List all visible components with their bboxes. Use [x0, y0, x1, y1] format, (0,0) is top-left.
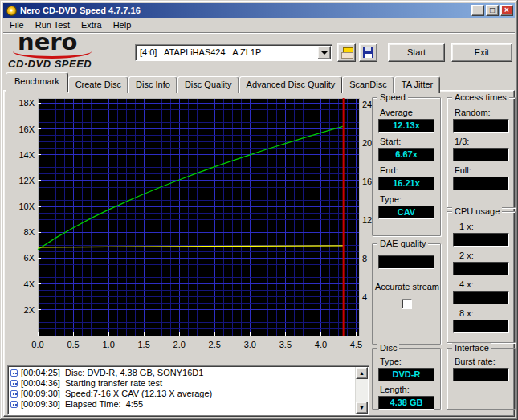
- tab-create-disc[interactable]: Create Disc: [68, 76, 128, 93]
- dae-quality-value: [378, 255, 434, 269]
- menu-extra[interactable]: Extra: [75, 18, 108, 31]
- toolbar: nero CD·DVD SPEED [4:0] ATAPI iHAS424 A …: [3, 33, 515, 72]
- scrollbar-down-button[interactable]: ▼: [356, 402, 368, 414]
- svg-text:6X: 6X: [24, 253, 35, 263]
- accurate-stream-checkbox[interactable]: [402, 299, 412, 309]
- log-time: [00:04:25]: [21, 368, 60, 377]
- start-speed-value: 6.67x: [378, 148, 434, 161]
- svg-text:0.0: 0.0: [31, 340, 43, 349]
- tab-ta-jitter[interactable]: TA Jitter: [394, 76, 441, 93]
- svg-text:12: 12: [362, 215, 372, 225]
- close-button[interactable]: ×: [500, 5, 513, 16]
- start-speed-label: Start:: [378, 137, 434, 147]
- nero-logo: nero CD·DVD SPEED: [6, 33, 135, 71]
- maximize-button[interactable]: □: [486, 5, 499, 16]
- log-time: [00:04:36]: [21, 378, 60, 388]
- access-times-panel: Access times Random: 1/3: Full:: [447, 97, 516, 208]
- dae-quality-panel: DAE quality Accurate stream: [372, 243, 441, 345]
- drive-select-value: [4:0] ATAPI iHAS424 A ZL1P: [137, 47, 316, 59]
- burst-rate-label: Burst rate:: [453, 357, 509, 367]
- log-info-icon: [10, 390, 18, 398]
- random-access-label: Random:: [453, 108, 509, 118]
- svg-text:24: 24: [362, 100, 372, 109]
- tab-advanced-disc-quality[interactable]: Advanced Disc Quality: [239, 76, 343, 93]
- cpu-8x-label: 8 x:: [453, 308, 509, 319]
- log-rows: [00:04:25]Disc: DVD-R, 4.38 GB, SONY16D1…: [10, 368, 354, 410]
- svg-text:2X: 2X: [24, 305, 35, 315]
- accurate-stream-label: Accurate stream: [373, 282, 440, 292]
- log-text: Elapsed Time: 4:55: [65, 399, 143, 409]
- svg-text:8X: 8X: [24, 227, 35, 237]
- interface-panel-title: Interface: [452, 343, 491, 353]
- svg-text:1.5: 1.5: [138, 340, 150, 349]
- log-row[interactable]: [00:04:25]Disc: DVD-R, 4.38 GB, SONY16D1: [10, 368, 354, 378]
- cpu-4x-value: [453, 291, 509, 304]
- disc-type-value: DVD-R: [378, 368, 434, 381]
- minimize-button[interactable]: _: [471, 5, 484, 16]
- tab-disc-info[interactable]: Disc Info: [128, 76, 177, 93]
- svg-text:2.0: 2.0: [173, 340, 186, 349]
- nero-swoosh-icon: [13, 44, 92, 59]
- svg-text:4.0: 4.0: [315, 340, 327, 349]
- svg-text:16X: 16X: [18, 124, 35, 134]
- cpu-8x-value: [453, 320, 509, 333]
- exit-button[interactable]: Exit: [451, 43, 512, 62]
- tab-benchmark[interactable]: Benchmark: [6, 72, 68, 92]
- log-text: Disc: DVD-R, 4.38 GB, SONY16D1: [65, 368, 203, 377]
- start-button[interactable]: Start: [388, 43, 445, 62]
- drive-select[interactable]: [4:0] ATAPI iHAS424 A ZL1P: [135, 44, 332, 61]
- log-scrollbar[interactable]: ▲ ▼: [355, 367, 368, 414]
- end-speed-value: 16.21x: [378, 177, 434, 190]
- log-time: [00:09:30]: [21, 399, 60, 409]
- speed-type-value: CAV: [378, 206, 434, 219]
- cpu-2x-value: [453, 262, 509, 275]
- svg-text:18X: 18X: [18, 98, 35, 108]
- benchmark-chart: 2X4X6X8X10X12X14X16X18X48121620240.00.51…: [4, 93, 375, 353]
- average-speed-label: Average: [378, 108, 434, 118]
- cpu-usage-panel: CPU usage 1 x: 2 x: 4 x: 8 x:: [447, 211, 516, 343]
- menu-help[interactable]: Help: [108, 18, 137, 31]
- log-info-icon: [10, 369, 18, 377]
- access-times-title: Access times: [452, 92, 509, 102]
- drive-select-arrow[interactable]: [317, 46, 331, 59]
- floppy-icon: [363, 47, 373, 58]
- interface-panel: Interface Burst rate:: [447, 348, 516, 410]
- svg-text:0.5: 0.5: [67, 340, 79, 349]
- svg-text:4: 4: [362, 292, 367, 302]
- disc-panel: Disc Type: DVD-R Length: 4.38 GB: [372, 348, 441, 410]
- save-results-button[interactable]: [359, 43, 377, 62]
- svg-text:4.5: 4.5: [350, 340, 362, 349]
- full-access-value: [453, 177, 509, 190]
- cpu-2x-label: 2 x:: [453, 251, 509, 261]
- disc-type-label: Type:: [378, 357, 434, 367]
- random-access-value: [453, 119, 509, 133]
- tab-bar: BenchmarkCreate DiscDisc InfoDisc Qualit…: [6, 72, 440, 91]
- hand-card-icon: [341, 47, 353, 59]
- log-row[interactable]: [00:09:30]Speed:7-16 X CAV (12.13 X aver…: [10, 389, 354, 399]
- speed-type-label: Type:: [378, 194, 434, 205]
- end-speed-label: End:: [378, 165, 434, 176]
- svg-text:20: 20: [362, 138, 372, 148]
- log-text: Speed:7-16 X CAV (12.13 X average): [65, 389, 212, 398]
- svg-text:3.5: 3.5: [279, 340, 292, 349]
- window-title: Nero CD-DVD Speed 4.7.7.16: [20, 6, 470, 15]
- disc-length-value: 4.38 GB: [378, 396, 434, 410]
- average-speed-value: 12.13x: [378, 119, 434, 133]
- dae-quality-title: DAE quality: [377, 239, 428, 248]
- tab-disc-quality[interactable]: Disc Quality: [177, 76, 239, 93]
- options-button[interactable]: [337, 43, 356, 62]
- benchmark-tab-page: 2X4X6X8X10X12X14X16X18X48121620240.00.51…: [3, 90, 515, 417]
- one-third-access-label: 1/3:: [453, 137, 509, 147]
- log-row[interactable]: [00:09:30]Elapsed Time: 4:55: [10, 399, 354, 410]
- burst-rate-value: [453, 368, 509, 381]
- cpu-usage-title: CPU usage: [452, 206, 502, 216]
- scrollbar-up-button[interactable]: ▲: [356, 367, 368, 379]
- app-icon: [6, 6, 17, 16]
- svg-text:1.0: 1.0: [102, 340, 114, 349]
- log-row[interactable]: [00:04:36]Starting transfer rate test: [10, 378, 354, 389]
- full-access-label: Full:: [453, 165, 509, 176]
- cpu-1x-value: [453, 233, 509, 247]
- chevron-down-icon: [321, 51, 328, 55]
- one-third-access-value: [453, 148, 509, 161]
- tab-scandisc[interactable]: ScanDisc: [342, 76, 394, 93]
